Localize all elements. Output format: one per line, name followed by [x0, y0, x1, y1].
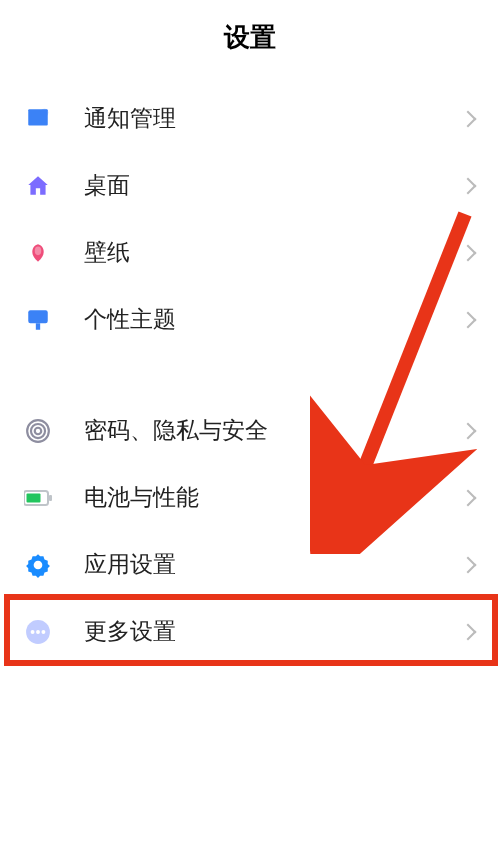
more-icon — [24, 618, 52, 646]
settings-item-label: 更多设置 — [84, 616, 464, 647]
settings-item-wallpaper[interactable]: 壁纸 — [0, 219, 500, 286]
fingerprint-icon — [24, 417, 52, 445]
settings-list: 通知管理 桌面 壁纸 个性主题 — [0, 85, 500, 665]
settings-item-label: 应用设置 — [84, 549, 464, 580]
chevron-right-icon — [464, 313, 478, 327]
chevron-right-icon — [464, 491, 478, 505]
svg-rect-2 — [28, 310, 48, 323]
svg-point-13 — [36, 630, 40, 634]
page-header: 设置 — [0, 0, 500, 85]
settings-item-desktop[interactable]: 桌面 — [0, 152, 500, 219]
svg-rect-8 — [49, 495, 52, 501]
home-icon — [24, 172, 52, 200]
settings-item-theme[interactable]: 个性主题 — [0, 286, 500, 353]
settings-item-privacy[interactable]: 密码、隐私与安全 — [0, 397, 500, 464]
chevron-right-icon — [464, 424, 478, 438]
svg-rect-9 — [27, 493, 41, 502]
svg-point-5 — [31, 423, 45, 437]
settings-item-label: 个性主题 — [84, 304, 464, 335]
chevron-right-icon — [464, 246, 478, 260]
svg-point-10 — [34, 560, 43, 569]
svg-point-6 — [35, 427, 42, 434]
settings-item-label: 桌面 — [84, 170, 464, 201]
svg-point-1 — [35, 246, 42, 255]
settings-item-label: 密码、隐私与安全 — [84, 415, 464, 446]
settings-item-label: 通知管理 — [84, 103, 464, 134]
settings-item-battery[interactable]: 电池与性能 — [0, 464, 500, 531]
page-title: 设置 — [0, 20, 500, 55]
svg-rect-3 — [36, 323, 40, 330]
chevron-right-icon — [464, 179, 478, 193]
apps-gear-icon — [24, 551, 52, 579]
svg-point-0 — [41, 108, 49, 116]
settings-item-label: 壁纸 — [84, 237, 464, 268]
chevron-right-icon — [464, 558, 478, 572]
settings-item-more[interactable]: 更多设置 — [0, 598, 500, 665]
svg-point-14 — [41, 630, 45, 634]
battery-icon — [24, 484, 52, 512]
theme-icon — [24, 306, 52, 334]
settings-item-notifications[interactable]: 通知管理 — [0, 85, 500, 152]
wallpaper-icon — [24, 239, 52, 267]
settings-item-label: 电池与性能 — [84, 482, 464, 513]
notification-icon — [24, 105, 52, 133]
group-separator — [0, 353, 500, 397]
chevron-right-icon — [464, 625, 478, 639]
chevron-right-icon — [464, 112, 478, 126]
settings-item-apps[interactable]: 应用设置 — [0, 531, 500, 598]
svg-point-12 — [31, 630, 35, 634]
